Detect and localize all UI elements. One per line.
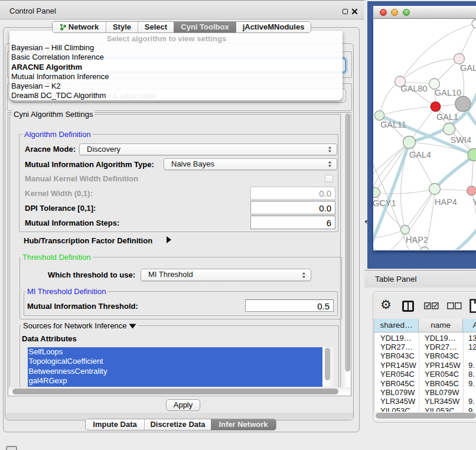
- svg-text:GAL2: GAL2: [460, 63, 476, 73]
- svg-text:GAL11: GAL11: [380, 120, 406, 129]
- svg-text:Y: Y: [472, 197, 476, 207]
- svg-text:SWI4: SWI4: [451, 135, 471, 145]
- svg-text:GAL80: GAL80: [401, 84, 428, 93]
- svg-text:GAL4: GAL4: [409, 150, 431, 159]
- svg-text:GCY1: GCY1: [373, 198, 396, 208]
- svg-text:HAP4: HAP4: [435, 197, 457, 207]
- svg-text:GAL1: GAL1: [436, 112, 458, 122]
- svg-text:HAP2: HAP2: [406, 235, 428, 244]
- svg-text:GAL10: GAL10: [435, 88, 461, 97]
